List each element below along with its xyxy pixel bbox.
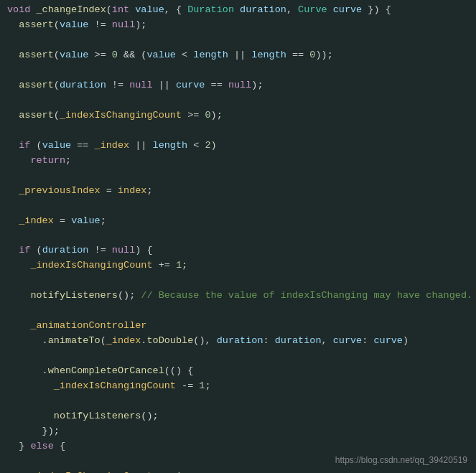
code-line: _previousIndex = index;	[0, 184, 476, 199]
token-fn: toDouble	[146, 334, 193, 349]
token-plain	[7, 319, 30, 334]
code-line	[0, 123, 476, 139]
code-line: });	[0, 424, 476, 439]
token-plain: .	[7, 364, 48, 379]
token-param: value	[60, 18, 89, 33]
token-param: curve	[333, 3, 363, 18]
token-plain: !=	[88, 18, 111, 33]
code-line: .whenCompleteOrCancel(() {	[0, 364, 476, 379]
token-kw: null	[112, 243, 135, 258]
token-num: 1	[176, 258, 182, 273]
token-comment: // Because the value of indexIsChanging …	[141, 289, 472, 304]
token-plain: )	[403, 334, 409, 349]
token-plain: (	[37, 139, 42, 154]
token-plain: !=	[88, 243, 111, 258]
token-var-yellow: index	[118, 184, 147, 199]
token-plain: );	[251, 78, 263, 93]
token-param: value	[146, 48, 176, 63]
token-plain: ||	[129, 139, 152, 154]
token-plain	[7, 108, 19, 123]
token-var-yellow: _index	[19, 214, 54, 229]
token-plain	[7, 18, 19, 33]
token-plain: (	[106, 3, 112, 18]
token-plain	[7, 258, 30, 273]
token-plain: .	[7, 334, 48, 349]
token-plain: (() {	[164, 364, 194, 379]
token-plain: (	[54, 108, 60, 123]
code-line	[0, 93, 476, 108]
token-param: duration	[240, 3, 286, 18]
token-plain: && (	[118, 48, 147, 63]
token-plain: ) {	[135, 243, 152, 258]
code-line: notifyListeners();	[0, 409, 476, 424]
token-plain	[7, 289, 30, 304]
token-plain: +=	[153, 258, 176, 273]
token-param: value	[71, 214, 101, 229]
token-param: length	[193, 48, 228, 63]
token-plain	[7, 48, 19, 63]
token-var-yellow: _indexIsChangingCount	[30, 469, 152, 473]
token-param: curve	[373, 334, 403, 349]
token-plain: =	[101, 184, 118, 199]
token-plain: ,	[286, 3, 298, 18]
token-kw: if	[7, 243, 37, 258]
token-plain: ;	[182, 469, 187, 473]
code-line	[0, 199, 476, 214]
token-fn: notifyListeners	[54, 409, 141, 424]
token-fn: notifyListeners	[30, 289, 118, 304]
code-line: _index = value;	[0, 214, 476, 229]
code-line: notifyListeners(); // Because the value …	[0, 289, 476, 304]
token-fn: assert	[19, 48, 54, 63]
token-num: 1	[199, 379, 205, 394]
token-plain: ;	[205, 379, 210, 394]
code-line	[0, 394, 476, 409]
token-plain: (	[54, 18, 60, 33]
code-line	[0, 229, 476, 244]
token-num: 0	[309, 48, 315, 63]
token-plain: =	[54, 214, 71, 229]
token-kw: int	[112, 3, 135, 18]
code-line: _animationController	[0, 319, 476, 334]
token-kw: null	[129, 78, 152, 93]
token-param: duration	[217, 334, 263, 349]
token-plain: >=	[182, 108, 205, 123]
code-line	[0, 304, 476, 319]
token-plain: :	[263, 334, 275, 349]
token-plain: ();	[141, 409, 158, 424]
token-num: 2	[205, 139, 210, 154]
code-line	[0, 349, 476, 364]
token-kw: if	[7, 139, 37, 154]
token-fn: assert	[19, 18, 54, 33]
token-var-yellow: _indexIsChangingCount	[30, 258, 152, 273]
token-plain: , {	[164, 3, 187, 18]
token-plain: (	[37, 243, 42, 258]
token-var-yellow: _previousIndex	[19, 184, 100, 199]
token-var-yellow: _animationController	[30, 319, 146, 334]
token-var-yellow: _index	[95, 139, 130, 154]
token-param: curve	[333, 334, 363, 349]
token-plain: ;	[146, 184, 152, 199]
token-plain: ));	[315, 48, 332, 63]
token-kw: null	[112, 18, 135, 33]
token-fn: assert	[19, 108, 54, 123]
token-plain: <	[176, 48, 193, 63]
token-var-yellow: _index	[106, 334, 141, 349]
token-plain	[7, 214, 19, 229]
token-plain: -=	[176, 379, 199, 394]
token-kw: void	[7, 3, 37, 18]
token-fn: _changeIndex	[37, 3, 106, 18]
token-param: duration	[60, 78, 106, 93]
code-line	[0, 33, 476, 48]
code-line: assert(value >= 0 && (value < length || …	[0, 48, 476, 63]
code-line: _indexIsChangingCount -= 1;	[0, 379, 476, 394]
token-plain: ==	[286, 48, 309, 63]
token-param: value	[135, 3, 164, 18]
token-plain: ||	[228, 48, 251, 63]
token-fn: animateTo	[48, 334, 101, 349]
token-plain: {	[60, 439, 65, 454]
code-line: _indexIsChangingCount += 1;	[0, 469, 476, 473]
token-param: length	[251, 48, 286, 63]
token-fn: whenCompleteOrCancel	[48, 364, 164, 379]
token-plain: )	[211, 139, 217, 154]
code-line: if (value == _index || length < 2)	[0, 139, 476, 154]
